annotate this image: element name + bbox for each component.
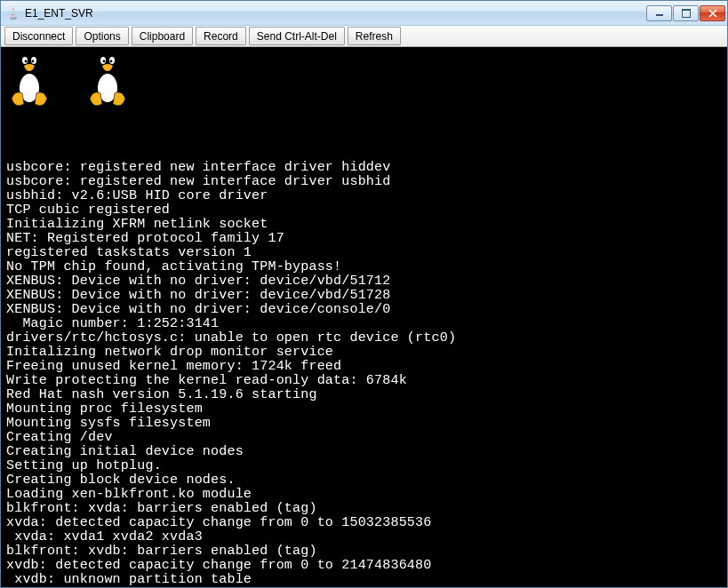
record-button[interactable]: Record (196, 27, 246, 45)
window-controls (646, 5, 725, 21)
maximize-button[interactable] (673, 5, 699, 21)
refresh-button[interactable]: Refresh (348, 27, 401, 45)
titlebar[interactable]: E1_ENT_SVR (1, 1, 727, 26)
svg-point-13 (110, 60, 113, 63)
boot-logo-row (6, 47, 131, 109)
send-ctrl-alt-del-button[interactable]: Send Ctrl-Alt-Del (249, 27, 345, 45)
svg-point-4 (31, 57, 36, 64)
java-icon (6, 6, 20, 20)
app-window: E1_ENT_SVR Disconnect Options Clipboard … (0, 0, 728, 588)
toolbar: Disconnect Options Clipboard Record Send… (1, 26, 727, 47)
disconnect-button[interactable]: Disconnect (4, 27, 73, 45)
console-viewport[interactable]: usbcore: registered new interface driver… (1, 47, 727, 587)
tux-icon (6, 47, 52, 109)
tux-icon (84, 47, 131, 109)
svg-point-11 (109, 57, 115, 64)
boot-log: usbcore: registered new interface driver… (6, 161, 722, 587)
svg-point-5 (25, 60, 28, 63)
svg-point-6 (32, 60, 35, 63)
clipboard-button[interactable]: Clipboard (132, 27, 193, 45)
svg-point-12 (103, 60, 106, 63)
close-button[interactable] (700, 5, 725, 21)
window-title: E1_ENT_SVR (25, 6, 646, 20)
svg-point-3 (22, 57, 28, 64)
minimize-button[interactable] (646, 5, 672, 21)
options-button[interactable]: Options (76, 27, 128, 45)
svg-point-10 (100, 57, 106, 64)
